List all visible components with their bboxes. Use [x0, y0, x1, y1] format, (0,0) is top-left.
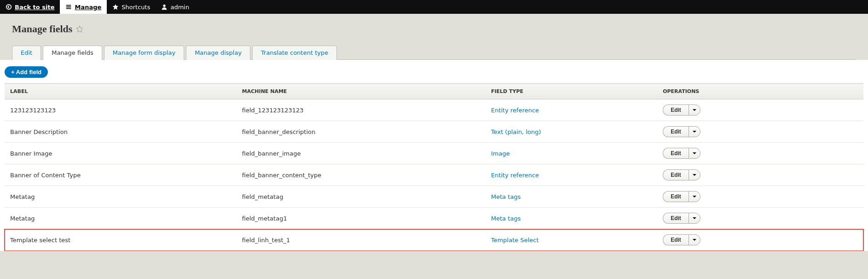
ops-dropdown-button[interactable] — [689, 148, 700, 159]
tabs-nav: EditManage fieldsManage form displayMana… — [12, 45, 856, 60]
table-row: Template select testfield_linh_test_1Tem… — [5, 229, 863, 251]
ops-dropdown-button[interactable] — [689, 191, 700, 202]
shortcuts-link[interactable]: Shortcuts — [107, 0, 156, 14]
field-type-link[interactable]: Template Select — [491, 237, 539, 244]
user-link[interactable]: admin — [156, 0, 195, 14]
cell-label: Metatag — [5, 208, 237, 229]
cell-ops: Edit — [657, 229, 863, 251]
cell-ops: Edit — [657, 121, 863, 143]
cell-machine: field_metatag — [237, 186, 486, 208]
page-content: Manage fields EditManage fieldsManage fo… — [0, 14, 868, 60]
cell-label: Banner Description — [5, 121, 237, 143]
th-label[interactable]: LABEL — [5, 84, 237, 99]
tab-manage-form-display[interactable]: Manage form display — [104, 46, 184, 60]
back-to-site-link[interactable]: Back to site — [0, 0, 60, 14]
tab-manage-display[interactable]: Manage display — [186, 46, 250, 60]
page-title-text: Manage fields — [12, 23, 72, 35]
caret-down-icon — [693, 216, 696, 220]
hamburger-icon — [65, 4, 72, 10]
ops-dropdown-button[interactable] — [689, 105, 700, 116]
cell-machine: field_123123123123 — [237, 99, 486, 121]
th-type[interactable]: FIELD TYPE — [486, 84, 657, 99]
cell-label: 123123123123 — [5, 99, 237, 121]
cell-label: Banner of Content Type — [5, 164, 237, 186]
field-type-link[interactable]: Entity reference — [491, 107, 539, 114]
content-area: Add field LABEL MACHINE NAME FIELD TYPE … — [0, 60, 868, 251]
tab-edit[interactable]: Edit — [12, 46, 41, 60]
cell-type: Entity reference — [486, 164, 657, 186]
table-row: Metatagfield_metatagMeta tagsEdit — [5, 186, 863, 208]
caret-down-icon — [693, 238, 696, 242]
back-arrow-icon — [6, 4, 12, 10]
cell-label: Metatag — [5, 186, 237, 208]
field-type-link[interactable]: Image — [491, 150, 510, 157]
edit-button[interactable]: Edit — [663, 191, 689, 202]
cell-machine: field_banner_description — [237, 121, 486, 143]
svg-point-0 — [6, 5, 12, 10]
field-type-link[interactable]: Meta tags — [491, 215, 521, 222]
cell-ops: Edit — [657, 164, 863, 186]
edit-button[interactable]: Edit — [663, 126, 689, 137]
table-row: Banner of Content Typefield_banner_conte… — [5, 164, 863, 186]
tab-manage-fields[interactable]: Manage fields — [43, 46, 102, 60]
manage-link[interactable]: Manage — [60, 0, 107, 14]
add-field-button[interactable]: Add field — [5, 66, 48, 78]
cell-machine: field_metatag1 — [237, 208, 486, 229]
cell-machine: field_linh_test_1 — [237, 229, 486, 251]
caret-down-icon — [693, 195, 696, 198]
ops-dropdown-button[interactable] — [689, 126, 700, 137]
cell-type: Template Select — [486, 229, 657, 251]
manage-label: Manage — [75, 4, 101, 11]
cell-machine: field_banner_content_type — [237, 164, 486, 186]
caret-down-icon — [693, 130, 696, 134]
user-icon — [161, 4, 168, 10]
admin-toolbar: Back to site Manage Shortcuts admin — [0, 0, 868, 14]
svg-rect-3 — [66, 8, 71, 9]
fields-table: LABEL MACHINE NAME FIELD TYPE OPERATIONS… — [5, 83, 863, 251]
cell-type: Text (plain, long) — [486, 121, 657, 143]
edit-button[interactable]: Edit — [663, 234, 689, 245]
shortcuts-label: Shortcuts — [122, 4, 150, 11]
page-title: Manage fields — [12, 23, 856, 35]
field-type-link[interactable]: Entity reference — [491, 172, 539, 179]
star-icon — [112, 4, 119, 10]
svg-rect-1 — [66, 5, 71, 6]
cell-type: Meta tags — [486, 186, 657, 208]
edit-button[interactable]: Edit — [663, 148, 689, 159]
back-to-site-label: Back to site — [15, 4, 54, 11]
user-label: admin — [170, 4, 189, 11]
cell-ops: Edit — [657, 143, 863, 164]
cell-machine: field_banner_image — [237, 143, 486, 164]
svg-rect-2 — [66, 6, 71, 7]
ops-dropdown-button[interactable] — [689, 213, 700, 224]
tab-translate-content-type[interactable]: Translate content type — [252, 46, 337, 60]
edit-button[interactable]: Edit — [663, 169, 689, 180]
edit-button[interactable]: Edit — [663, 213, 689, 224]
cell-type: Meta tags — [486, 208, 657, 229]
field-type-link[interactable]: Meta tags — [491, 193, 521, 200]
cell-ops: Edit — [657, 208, 863, 229]
favorite-star-icon[interactable] — [76, 25, 83, 33]
caret-down-icon — [693, 108, 696, 112]
ops-dropdown-button[interactable] — [689, 169, 700, 180]
cell-type: Entity reference — [486, 99, 657, 121]
caret-down-icon — [693, 151, 696, 155]
svg-point-4 — [163, 5, 166, 7]
th-machine[interactable]: MACHINE NAME — [237, 84, 486, 99]
cell-ops: Edit — [657, 186, 863, 208]
table-row: Metatagfield_metatag1Meta tagsEdit — [5, 208, 863, 229]
table-row: Banner Imagefield_banner_imageImageEdit — [5, 143, 863, 164]
cell-label: Banner Image — [5, 143, 237, 164]
table-row: Banner Descriptionfield_banner_descripti… — [5, 121, 863, 143]
field-type-link[interactable]: Text (plain, long) — [491, 128, 541, 135]
table-row: 123123123123field_123123123123Entity ref… — [5, 99, 863, 121]
caret-down-icon — [693, 173, 696, 177]
ops-dropdown-button[interactable] — [689, 234, 700, 245]
edit-button[interactable]: Edit — [663, 105, 689, 116]
th-ops[interactable]: OPERATIONS — [657, 84, 863, 99]
cell-label: Template select test — [5, 229, 237, 251]
cell-ops: Edit — [657, 99, 863, 121]
cell-type: Image — [486, 143, 657, 164]
